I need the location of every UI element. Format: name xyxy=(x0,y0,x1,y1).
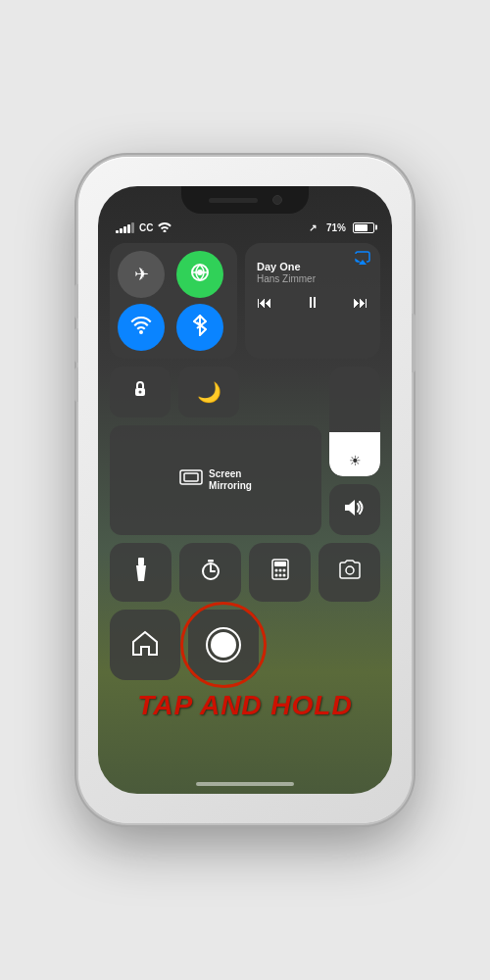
calculator-button[interactable] xyxy=(249,543,311,602)
svg-point-14 xyxy=(274,569,277,572)
battery-fill xyxy=(355,224,368,231)
status-bar: CC ↗ 71% xyxy=(98,216,392,239)
brightness-icon: ☀ xyxy=(349,453,362,468)
home-button[interactable] xyxy=(110,610,180,680)
music-artist: Hans Zimmer xyxy=(257,273,368,284)
svg-point-3 xyxy=(139,390,142,393)
timer-button[interactable] xyxy=(179,543,241,602)
mobile-data-button[interactable] xyxy=(176,251,223,298)
bluetooth-button[interactable] xyxy=(176,304,223,351)
camera xyxy=(272,195,282,205)
status-left: CC xyxy=(116,220,172,234)
phone-screen: CC ↗ 71% xyxy=(98,186,392,794)
rotation-lock-icon xyxy=(129,379,151,406)
svg-point-18 xyxy=(278,574,281,577)
airplane-icon: ✈ xyxy=(134,264,149,285)
bluetooth-icon xyxy=(193,315,207,341)
screen-mirror-label: ScreenMirroring xyxy=(209,468,252,492)
control-center: ✈ xyxy=(110,243,380,764)
do-not-disturb-button[interactable]: 🌙 xyxy=(178,367,239,417)
wifi-status-icon xyxy=(158,220,172,234)
svg-point-20 xyxy=(346,566,354,574)
screen-mirroring-button[interactable]: ScreenMirroring xyxy=(110,425,321,535)
svg-rect-6 xyxy=(138,558,144,565)
record-inner-circle xyxy=(211,632,236,658)
notch xyxy=(181,186,309,214)
volume-button[interactable] xyxy=(329,484,380,535)
svg-marker-7 xyxy=(136,565,146,581)
signal-bars xyxy=(116,221,134,233)
svg-point-19 xyxy=(282,574,285,577)
record-outer-circle xyxy=(206,627,241,662)
tap-and-hold-label: TAP AND HOLD xyxy=(110,690,380,721)
wifi-button-icon xyxy=(130,317,152,339)
volume-icon xyxy=(344,499,366,520)
phone-frame: CC ↗ 71% xyxy=(78,157,412,823)
home-icon xyxy=(131,629,159,661)
music-controls: ⏮ ⏸ ⏭ xyxy=(257,294,368,312)
flashlight-button[interactable] xyxy=(110,543,172,602)
music-prev-button[interactable]: ⏮ xyxy=(257,294,272,312)
svg-point-15 xyxy=(278,569,281,572)
svg-rect-13 xyxy=(274,562,286,566)
left-middle: 🌙 ScreenMirroring xyxy=(110,367,321,535)
screen-mirror-icon xyxy=(179,469,203,491)
svg-point-16 xyxy=(282,569,285,572)
sliders-col: ☀ xyxy=(329,367,380,535)
battery-percent: 71% xyxy=(326,222,346,233)
wifi-button[interactable] xyxy=(118,304,165,351)
speaker xyxy=(209,198,258,203)
battery-icon xyxy=(353,222,374,233)
bottom-row xyxy=(110,610,380,680)
svg-rect-5 xyxy=(184,473,198,481)
record-button[interactable] xyxy=(188,610,259,680)
camera-button[interactable] xyxy=(318,543,380,602)
music-panel: Day One Hans Zimmer ⏮ ⏸ ⏭ xyxy=(245,243,380,359)
rotation-dnd-row: 🌙 xyxy=(110,367,321,417)
location-icon: ↗ xyxy=(309,222,317,233)
rotation-lock-button[interactable] xyxy=(110,367,171,417)
connectivity-panel: ✈ xyxy=(110,243,237,359)
timer-icon xyxy=(200,559,221,586)
carrier-label: CC xyxy=(139,222,153,233)
music-title: Day One xyxy=(257,261,368,272)
calculator-icon xyxy=(271,559,289,586)
tools-row xyxy=(110,543,380,602)
flashlight-icon xyxy=(135,558,147,587)
svg-rect-11 xyxy=(208,560,214,563)
second-row: 🌙 ScreenMirroring xyxy=(110,367,380,535)
music-next-button[interactable]: ⏭ xyxy=(353,294,368,312)
camera-icon xyxy=(338,560,362,585)
mobile-data-icon xyxy=(190,263,210,287)
moon-icon: 🌙 xyxy=(197,380,221,404)
top-row: ✈ xyxy=(110,243,380,359)
status-right: ↗ 71% xyxy=(306,222,374,233)
svg-point-17 xyxy=(274,574,277,577)
airplay-icon[interactable] xyxy=(355,251,370,268)
home-indicator xyxy=(196,782,294,786)
brightness-slider[interactable]: ☀ xyxy=(329,367,380,476)
airplane-mode-button[interactable]: ✈ xyxy=(118,251,165,298)
music-play-button[interactable]: ⏸ xyxy=(305,294,320,312)
